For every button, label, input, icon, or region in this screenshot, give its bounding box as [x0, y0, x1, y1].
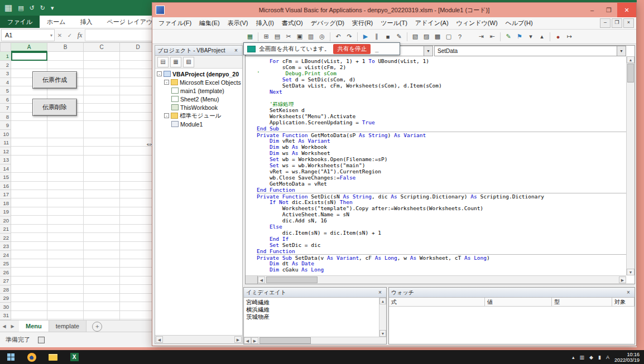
vba-menu-item-9[interactable]: ウィンドウ(W) — [453, 17, 502, 29]
row-header-10[interactable]: 10 — [0, 130, 11, 139]
scroll-left-icon[interactable]: ◀ — [258, 276, 265, 283]
sound-icon[interactable]: ◆ — [589, 355, 593, 360]
paste-button[interactable]: ▥ — [305, 31, 316, 42]
undo-icon[interactable]: ↺ — [30, 4, 35, 12]
scroll-right-icon[interactable]: ▶ — [251, 337, 258, 344]
vba-titlebar[interactable]: Microsoft Visual Basic for Applications … — [152, 3, 636, 17]
select-all-corner[interactable] — [0, 42, 11, 52]
project-tree-item[interactable]: Sheet2 (Menu) — [155, 95, 242, 103]
scroll-right-icon[interactable]: ▶ — [619, 276, 626, 283]
mdi-minimize-button[interactable]: – — [600, 18, 611, 28]
toolbox-button[interactable]: ▢ — [443, 31, 454, 42]
code-editor[interactable]: For cFm = LBound(vList, 1) + 1 To UBound… — [246, 56, 626, 275]
row-header-22[interactable]: 22 — [0, 234, 11, 242]
watch-column-2[interactable]: 型 — [552, 298, 612, 306]
active-cell-a1[interactable] — [11, 52, 47, 61]
code-line[interactable]: sCom = vList(cFm, 2) — [257, 64, 626, 70]
ribbon-tab-2[interactable]: 挿入 — [73, 16, 100, 28]
taskbar-explorer[interactable] — [42, 350, 64, 364]
vba-menu-item-3[interactable]: 挿入(I) — [252, 17, 277, 29]
project-hscrollbar[interactable]: ◀ ▶ — [155, 335, 242, 343]
immediate-line[interactable]: 茨城物産 — [246, 313, 377, 321]
scroll-right-icon[interactable]: ▶ — [234, 336, 242, 343]
customize-qat-icon[interactable]: ▾ — [51, 4, 54, 12]
row-header-8[interactable]: 8 — [0, 113, 11, 122]
code-vscrollbar[interactable]: ▲ ▼ — [626, 56, 635, 275]
code-line[interactable]: End Function — [257, 187, 626, 193]
code-line[interactable]: Dim wb As Workbook — [257, 144, 626, 150]
code-line[interactable]: Set SetDic = dic — [257, 242, 626, 248]
toggle-folders-button[interactable]: ▧ — [183, 57, 194, 67]
project-explorer-button[interactable]: ▧ — [410, 31, 421, 42]
ime-mode[interactable]: A — [606, 355, 609, 360]
properties-window-button[interactable]: ▨ — [421, 31, 432, 42]
vba-menu-item-6[interactable]: 実行(R) — [348, 17, 377, 29]
code-line[interactable]: dic.Add sN, 16 — [257, 217, 626, 224]
code-line[interactable]: Dim cGaku As Long — [257, 266, 626, 273]
scroll-down-icon[interactable]: ▼ — [379, 330, 386, 337]
row-header-12[interactable]: 12 — [0, 147, 11, 156]
row-header-5[interactable]: 5 — [0, 86, 11, 95]
immediate-hscrollbar[interactable]: ◀ ▶ — [244, 337, 386, 344]
enter-button[interactable]: ✓ — [65, 32, 75, 38]
scroll-left-icon[interactable]: ◀ — [244, 337, 251, 344]
scroll-down-icon[interactable]: ▼ — [627, 269, 635, 275]
keyboard-icon[interactable]: ▮ — [598, 355, 601, 360]
insert-userform-button[interactable]: ⊞ — [261, 31, 272, 42]
vba-menu-item-5[interactable]: デバッグ(D) — [307, 17, 348, 29]
row-header-1[interactable]: 1 — [0, 52, 11, 61]
code-hscrollbar[interactable]: ◀ ▶ — [246, 275, 626, 284]
insert-function-button[interactable]: fx — [75, 31, 85, 40]
code-line[interactable]: dic.Item(sN) = dic.Item(sN) + 1 — [257, 230, 626, 236]
tablet-icon[interactable]: ▥ — [580, 355, 585, 360]
cancel-button[interactable]: ✕ — [55, 32, 65, 38]
maximize-button[interactable]: ❐ — [600, 3, 617, 17]
project-tree-item[interactable]: Module1 — [155, 120, 242, 128]
taskbar-clock[interactable]: 10:16 2022/03/19 — [614, 352, 640, 363]
code-line[interactable]: Private Function SetDic(sN As String, di… — [257, 193, 626, 199]
row-header-19[interactable]: 19 — [0, 207, 11, 216]
code-line[interactable]: ActiveSheet.Name = sN — [257, 211, 626, 217]
row-header-14[interactable]: 14 — [0, 164, 11, 173]
row-header-2[interactable]: 2 — [0, 61, 11, 70]
watch-column-1[interactable]: 値 — [485, 298, 552, 306]
vba-menu-item-10[interactable]: ヘルプ(H) — [502, 17, 537, 29]
mdi-restore-button[interactable]: ❐ — [612, 18, 622, 28]
code-line[interactable]: '罫線処理 — [257, 101, 626, 107]
code-line[interactable]: Application.ScreenUpdating = True — [257, 119, 626, 125]
tree-expander-icon[interactable]: - — [157, 71, 162, 76]
row-header-28[interactable]: 28 — [0, 285, 11, 294]
view-code-button[interactable]: ▤ — [157, 57, 169, 67]
watch-body[interactable] — [389, 307, 635, 344]
code-line[interactable]: SetKeisen d — [257, 107, 626, 113]
code-line[interactable]: wb.Close SaveChanges:=False — [257, 174, 626, 181]
tree-expander-icon[interactable]: - — [164, 80, 169, 85]
row-header-9[interactable]: 9 — [0, 121, 11, 130]
code-line[interactable]: Set ws = wb.Worksheets("main") — [257, 162, 626, 168]
row-header-20[interactable]: 20 — [0, 216, 11, 225]
reset-button[interactable]: ■ — [382, 31, 393, 42]
vba-menu-item-0[interactable]: ファイル(F) — [155, 17, 195, 29]
row-header-13[interactable]: 13 — [0, 156, 11, 164]
tree-expander-icon[interactable]: - — [164, 113, 169, 118]
code-line[interactable]: If Not dic.Exists(sN) Then — [257, 199, 626, 205]
code-line[interactable]: End Function — [257, 248, 626, 254]
design-mode-button[interactable]: ✎ — [393, 31, 405, 42]
code-line[interactable]: vRet = ws.Range("A1").CurrentRegion — [257, 168, 626, 174]
save-icon[interactable]: ▤ — [18, 4, 23, 12]
add-sheet-button[interactable]: ＋ — [92, 322, 102, 332]
hidden-icons-chevron[interactable]: ▴ — [572, 355, 575, 360]
row-header-21[interactable]: 21 — [0, 225, 11, 234]
save-button[interactable]: ▤ — [272, 31, 283, 42]
row-header-18[interactable]: 18 — [0, 199, 11, 208]
code-line[interactable]: Dim vRet As Variant — [257, 138, 626, 144]
vba-menu-item-8[interactable]: アドイン(A) — [411, 17, 453, 29]
code-line[interactable] — [257, 95, 626, 101]
code-line[interactable]: Worksheets("Menu").Activate — [257, 113, 626, 119]
stop-share-button[interactable]: 共有を停止 — [333, 44, 371, 54]
close-icon[interactable]: × — [232, 47, 240, 54]
excel-logo[interactable]: ▦ — [4, 3, 12, 13]
view-excel-button[interactable]: ▦ — [244, 31, 256, 42]
view-object-button[interactable]: ▦ — [170, 57, 181, 67]
row-header-7[interactable]: 7 — [0, 104, 11, 113]
